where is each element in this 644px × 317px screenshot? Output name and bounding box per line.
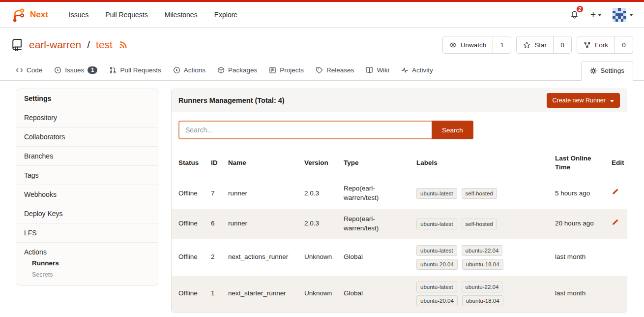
- sidebar-item-repository[interactable]: Repository: [16, 108, 158, 127]
- create-new-menu-button[interactable]: +: [590, 10, 602, 19]
- play-circle-icon: [173, 66, 180, 74]
- notifications-button[interactable]: 2: [569, 9, 580, 20]
- rss-feed-icon[interactable]: [119, 41, 127, 49]
- edit-runner-button[interactable]: [612, 219, 618, 226]
- tab-releases[interactable]: Releases: [311, 61, 359, 80]
- tab-packages[interactable]: Packages: [212, 61, 262, 80]
- nav-issues-link[interactable]: Issues: [69, 11, 88, 19]
- runners-table: Status ID Name Version Type Labels Last …: [172, 147, 627, 312]
- star-button[interactable]: Star: [517, 36, 554, 53]
- create-runner-button[interactable]: Create new Runner: [547, 93, 620, 108]
- sidebar-item-branches[interactable]: Branches: [16, 147, 158, 166]
- sidebar-item-runners[interactable]: Runners: [24, 256, 150, 268]
- runner-edit-cell: [608, 239, 627, 276]
- repo-icon: [11, 38, 24, 51]
- sidebar-item-collaborators[interactable]: Collaborators: [16, 127, 158, 147]
- gear-icon: [590, 67, 597, 74]
- tab-settings[interactable]: Settings: [581, 61, 633, 81]
- sidebar-item-webhooks[interactable]: Webhooks: [16, 185, 158, 204]
- tab-label: Packages: [228, 66, 257, 74]
- tab-pull-requests[interactable]: Pull Requests: [104, 61, 166, 80]
- brand-label: Next: [30, 10, 48, 20]
- stars-count[interactable]: 0: [554, 36, 571, 53]
- tab-activity[interactable]: Activity: [396, 61, 438, 80]
- forks-count[interactable]: 0: [615, 36, 633, 53]
- runner-status: Offline: [172, 178, 207, 209]
- col-version: Version: [300, 147, 340, 178]
- sidebar-item-secrets[interactable]: Secrets: [24, 268, 150, 279]
- repo-separator: /: [87, 39, 90, 51]
- edit-runner-button[interactable]: [612, 189, 618, 195]
- tab-actions[interactable]: Actions: [168, 61, 210, 80]
- runner-name: next_actions_runner: [224, 239, 300, 276]
- runner-type: Global: [340, 239, 412, 276]
- plus-icon: +: [590, 10, 596, 19]
- runner-last-online: 5 hours ago: [551, 178, 608, 209]
- sidebar-item-actions[interactable]: Actions: [24, 248, 150, 256]
- fork-label: Fork: [595, 41, 608, 49]
- tab-label: Actions: [184, 66, 205, 74]
- label-badge: ubuntu-18.04: [462, 295, 503, 306]
- sidebar-item-tags[interactable]: Tags: [16, 166, 158, 185]
- col-edit: Edit: [608, 147, 627, 178]
- repo-actions: Unwatch 1 Star 0: [442, 36, 633, 54]
- eye-icon: [449, 41, 457, 49]
- tab-label: Releases: [326, 66, 354, 74]
- sidebar-item-deploy-keys[interactable]: Deploy Keys: [16, 204, 158, 223]
- search-button[interactable]: Search: [432, 121, 473, 139]
- runner-status: Offline: [172, 209, 207, 239]
- runner-type: Global: [340, 276, 412, 312]
- issue-icon: [54, 66, 61, 74]
- runner-row: Offline 2 next_actions_runner Unknown Gl…: [172, 239, 627, 276]
- label-badge: ubuntu-22.04: [462, 282, 503, 292]
- nav-explore-link[interactable]: Explore: [214, 11, 237, 19]
- unwatch-button[interactable]: Unwatch: [443, 36, 494, 53]
- tab-label: Code: [27, 66, 42, 74]
- tab-label: Pull Requests: [120, 66, 161, 74]
- tab-wiki[interactable]: Wiki: [361, 61, 394, 80]
- repo-name-link[interactable]: test: [96, 39, 113, 51]
- chevron-down-icon: [598, 14, 602, 16]
- fork-icon: [584, 41, 591, 49]
- unwatch-label: Unwatch: [461, 41, 487, 49]
- content-area: Settings Repository Collaborators Branch…: [0, 81, 644, 313]
- col-status: Status: [172, 147, 207, 178]
- runner-id: 2: [207, 239, 224, 276]
- runner-name: runner: [224, 178, 300, 209]
- tab-label: Issues: [65, 66, 84, 74]
- package-icon: [217, 66, 225, 74]
- watchers-count[interactable]: 1: [493, 36, 511, 53]
- sidebar-item-lfs[interactable]: LFS: [16, 223, 158, 243]
- runner-type: Repo(earl-warren/test): [340, 209, 412, 239]
- nav-pull-requests-link[interactable]: Pull Requests: [105, 11, 147, 19]
- label-badge: self-hosted: [462, 219, 497, 229]
- tab-code[interactable]: Code: [11, 61, 47, 80]
- brand-home-link[interactable]: Next: [11, 7, 48, 22]
- label-badge: ubuntu-18.04: [462, 259, 503, 270]
- main-nav: Issues Pull Requests Milestones Explore: [69, 11, 237, 19]
- runner-id: 7: [207, 178, 224, 209]
- tab-label: Settings: [600, 67, 624, 74]
- runner-edit-cell: [608, 178, 627, 209]
- fork-button[interactable]: Fork: [577, 36, 615, 53]
- top-navbar: Next Issues Pull Requests Milestones Exp…: [0, 2, 644, 28]
- search-input[interactable]: [178, 121, 432, 139]
- repo-header: earl-warren / test Unwatch 1: [0, 28, 644, 60]
- runner-last-online: last month: [551, 276, 608, 312]
- tab-projects[interactable]: Projects: [264, 61, 309, 80]
- create-runner-label: Create new Runner: [553, 97, 606, 104]
- tag-icon: [316, 66, 323, 74]
- user-menu-button[interactable]: [613, 8, 633, 22]
- runner-row: Offline 1 next_starter_runner Unknown Gl…: [172, 276, 627, 312]
- repo-owner-link[interactable]: earl-warren: [29, 39, 81, 51]
- runner-type: Repo(earl-warren/test): [340, 178, 412, 209]
- panel-header: Runners Management (Total: 4) Create new…: [172, 89, 627, 112]
- tab-label: Projects: [280, 66, 304, 74]
- runner-name: runner: [224, 209, 300, 239]
- nav-milestones-link[interactable]: Milestones: [165, 11, 198, 19]
- col-type: Type: [340, 147, 412, 178]
- col-labels: Labels: [412, 147, 551, 178]
- runner-edit-cell: [608, 209, 627, 239]
- project-board-icon: [269, 66, 276, 74]
- tab-issues[interactable]: Issues 1: [49, 61, 102, 80]
